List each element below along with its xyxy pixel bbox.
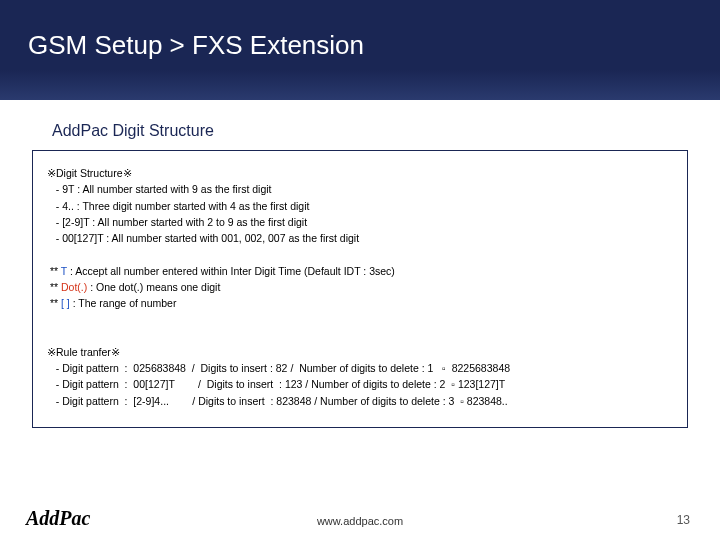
section-subtitle: AddPac Digit Structure bbox=[52, 122, 720, 140]
token-dot: Dot(.) bbox=[61, 281, 87, 293]
rule-line: - Digit pattern : 00[127]T / Digits to i… bbox=[47, 376, 673, 392]
footer-url: www.addpac.com bbox=[0, 515, 720, 527]
slide-header: GSM Setup > FXS Extension bbox=[0, 0, 720, 100]
rule-line: - Digit pattern : [2-9]4... / Digits to … bbox=[47, 393, 673, 409]
rule-header: ※Rule tranfer※ bbox=[47, 344, 673, 360]
blank-line bbox=[47, 328, 673, 344]
note-t: ** T : Accept all number entered within … bbox=[47, 263, 673, 279]
page-number: 13 bbox=[677, 513, 690, 527]
digit-structure-box: ※Digit Structure※ - 9T : All number star… bbox=[32, 150, 688, 428]
slide-footer: AddPac www.addpac.com 13 bbox=[0, 502, 720, 530]
structure-line: - [2-9]T : All number started with 2 to … bbox=[47, 214, 673, 230]
structure-line: - 4.. : Three digit number started with … bbox=[47, 198, 673, 214]
note-dot: ** Dot(.) : One dot(.) means one digit bbox=[47, 279, 673, 295]
structure-line: - 9T : All number started with 9 as the … bbox=[47, 181, 673, 197]
structure-header: ※Digit Structure※ bbox=[47, 165, 673, 181]
rule-line: - Digit pattern : 025683848 / Digits to … bbox=[47, 360, 673, 376]
page-title: GSM Setup > FXS Extension bbox=[28, 30, 720, 61]
structure-line: - 00[127]T : All number started with 001… bbox=[47, 230, 673, 246]
note-bracket: ** [ ] : The range of number bbox=[47, 295, 673, 311]
blank-line bbox=[47, 311, 673, 327]
token-bracket: [ ] bbox=[61, 297, 70, 309]
blank-line bbox=[47, 246, 673, 262]
